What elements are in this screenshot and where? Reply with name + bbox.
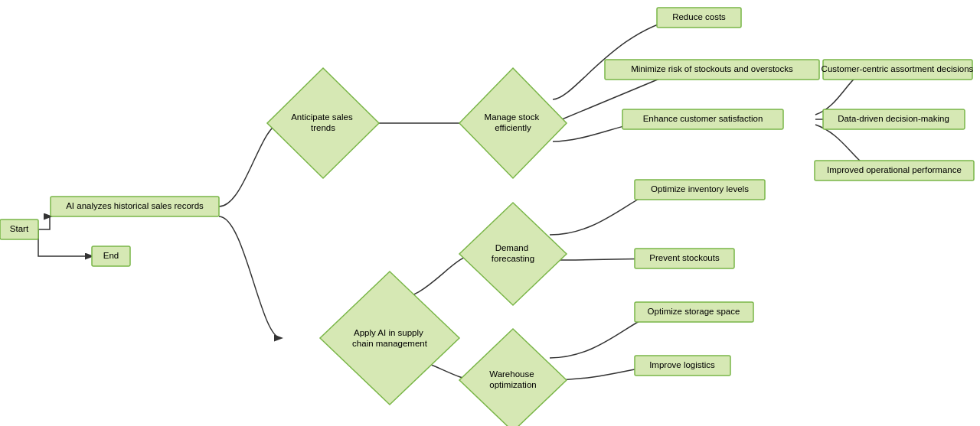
prevent-stock-label: Prevent stockouts [649, 253, 720, 262]
optimize-stor-node: Optimize storage space [635, 302, 753, 322]
manage-stock-node: Manage stock efficiently [459, 68, 567, 178]
end-label: End [103, 251, 119, 260]
optimize-inv-node: Optimize inventory levels [635, 180, 765, 200]
improved-ops-node: Improved operational performance [815, 161, 974, 180]
enhance-cust-label: Enhance customer satisfaction [643, 114, 763, 123]
enhance-cust-node: Enhance customer satisfaction [622, 109, 783, 129]
start-node: Start [0, 220, 38, 239]
minimize-risk-label: Minimize risk of stockouts and overstock… [631, 64, 793, 73]
centric-node: Customer-centric assortment decisions [822, 60, 974, 80]
end-node: End [92, 246, 130, 266]
apply-ai-node: Apply AI in supply chain management [320, 272, 459, 405]
ai-analyzes-node: AI analyzes historical sales records [51, 197, 219, 216]
improved-ops-label: Improved operational performance [827, 165, 962, 174]
optimize-inv-label: Optimize inventory levels [651, 184, 749, 193]
start-label: Start [10, 224, 29, 233]
demand-fc-node: Demand forecasting [459, 203, 567, 305]
prevent-stock-node: Prevent stockouts [635, 249, 734, 268]
improve-log-label: Improve logistics [649, 360, 715, 369]
reduce-costs-node: Reduce costs [657, 8, 741, 28]
anticipate-node: Anticipate sales trends [267, 68, 379, 178]
warehouse-node: Warehouse optimization [459, 329, 567, 426]
reduce-costs-label: Reduce costs [672, 12, 726, 21]
minimize-risk-node: Minimize risk of stockouts and overstock… [605, 60, 819, 80]
ai-analyzes-label: AI analyzes historical sales records [66, 201, 204, 210]
svg-marker-11 [320, 272, 459, 405]
data-driven-label: Data-driven decision-making [838, 114, 949, 123]
optimize-stor-label: Optimize storage space [648, 307, 740, 316]
improve-log-node: Improve logistics [635, 356, 730, 376]
centric-label: Customer-centric assortment decisions [822, 64, 974, 73]
data-driven-node: Data-driven decision-making [823, 109, 965, 129]
